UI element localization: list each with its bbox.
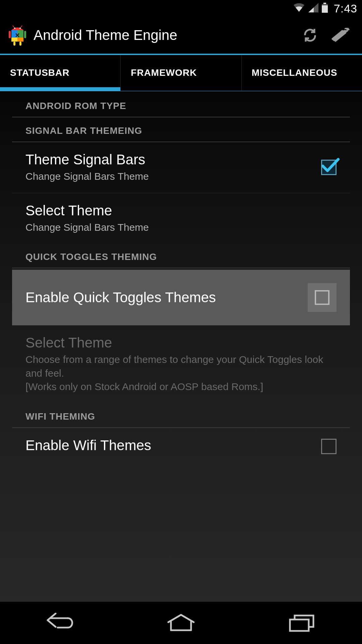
pref-title: Enable Wifi Themes	[25, 437, 314, 453]
section-header-rom-type: ANDROID ROM TYPE	[12, 91, 350, 117]
svg-rect-8	[24, 31, 26, 38]
tab-miscellaneous[interactable]: MISCELLANEOUS	[242, 55, 362, 91]
checkbox-unchecked-icon[interactable]	[321, 439, 337, 454]
svg-rect-9	[13, 42, 15, 46]
svg-rect-6	[17, 38, 23, 42]
tabs: STATUSBAR FRAMEWORK MISCELLANEOUS	[0, 55, 362, 91]
refresh-button[interactable]	[295, 22, 325, 49]
pref-summary: Choose from a range of themes to change …	[25, 353, 337, 394]
settings-button[interactable]	[325, 22, 355, 49]
checkbox-unchecked-icon[interactable]	[308, 283, 337, 312]
pref-enable-quick-toggles[interactable]: Enable Quick Toggles Themes	[12, 270, 350, 325]
svg-line-14	[21, 25, 22, 28]
pref-select-theme-signal[interactable]: Select Theme Change Signal Bars Theme	[12, 193, 350, 244]
tab-statusbar[interactable]: STATUSBAR	[0, 55, 121, 91]
section-header-wifi: WIFI THEMING	[12, 403, 350, 428]
pref-summary: Change Signal Bars Theme	[25, 170, 314, 183]
pref-title: Enable Quick Toggles Themes	[25, 289, 308, 306]
tab-label: STATUSBAR	[10, 67, 70, 78]
svg-point-11	[14, 28, 15, 29]
action-bar: Android Theme Engine	[0, 17, 362, 55]
checkbox-checked-icon[interactable]	[321, 160, 337, 175]
svg-rect-0	[323, 3, 326, 4]
section-header-signal-bar: SIGNAL BAR THEMEING	[12, 117, 350, 142]
tab-label: FRAMEWORK	[131, 67, 197, 78]
pref-title: Select Theme	[25, 335, 337, 351]
pref-summary: Change Signal Bars Theme	[25, 221, 337, 234]
svg-rect-10	[19, 42, 21, 46]
pref-title: Select Theme	[25, 203, 337, 219]
pref-enable-wifi-themes[interactable]: Enable Wifi Themes	[12, 428, 350, 459]
svg-point-12	[19, 28, 21, 29]
status-bar: 7:43	[0, 0, 362, 17]
app-title: Android Theme Engine	[34, 27, 295, 43]
app-icon	[7, 24, 27, 46]
wifi-icon	[293, 3, 305, 14]
recent-apps-button[interactable]	[278, 611, 325, 635]
content: ANDROID ROM TYPE SIGNAL BAR THEMEING The…	[0, 91, 362, 600]
svg-rect-7	[9, 31, 11, 38]
back-button[interactable]	[37, 611, 84, 635]
tab-label: MISCELLANEOUS	[252, 67, 338, 78]
svg-rect-2	[322, 5, 328, 13]
nav-bar	[0, 602, 362, 644]
svg-line-13	[13, 25, 14, 28]
svg-rect-5	[11, 38, 17, 42]
section-header-quick-toggles: QUICK TOGGLES THEMING	[12, 244, 350, 268]
battery-icon	[322, 3, 328, 14]
pref-title: Theme Signal Bars	[25, 152, 314, 168]
tab-framework[interactable]: FRAMEWORK	[121, 55, 241, 91]
status-time: 7:43	[334, 2, 357, 15]
pref-theme-signal-bars[interactable]: Theme Signal Bars Change Signal Bars The…	[12, 142, 350, 193]
home-button[interactable]	[158, 611, 204, 635]
pref-select-theme-quick-toggles: Select Theme Choose from a range of them…	[12, 325, 350, 403]
svg-rect-15	[290, 620, 309, 631]
signal-icon	[308, 3, 318, 14]
